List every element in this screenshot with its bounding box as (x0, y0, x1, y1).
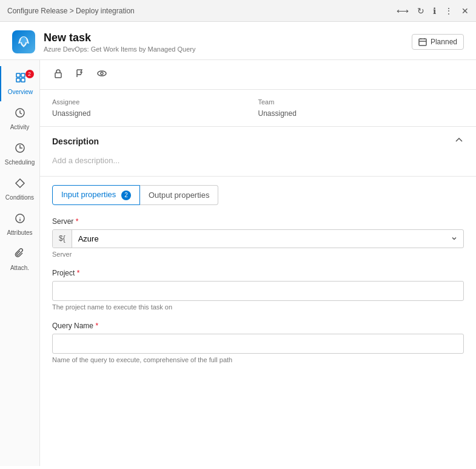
tab-input-label: Input properties (61, 190, 116, 199)
description-placeholder[interactable]: Add a description... (52, 154, 464, 167)
planned-button[interactable]: Planned (412, 34, 464, 50)
conditions-icon (15, 178, 25, 192)
sidebar-item-scheduling[interactable]: Scheduling (0, 137, 40, 172)
header-info: New task Azure DevOps: Get Work Items by… (44, 32, 195, 53)
title-bar-actions: ⟷ ↻ ℹ ⋮ ✕ (397, 6, 469, 16)
svg-point-10 (101, 72, 103, 75)
main-layout: Overview 2 Activity Scheduling (0, 60, 476, 466)
close-icon[interactable]: ✕ (461, 6, 469, 16)
project-form-group: Project * The project name to execute th… (52, 269, 464, 311)
info-icon[interactable]: ℹ (433, 6, 436, 16)
tabs-section: Input properties 2 Output properties (40, 177, 476, 205)
project-label: Project * (52, 269, 464, 277)
header: New task Azure DevOps: Get Work Items by… (0, 22, 476, 60)
assignee-value: Unassigned (52, 109, 258, 118)
assignee-label: Assignee (52, 98, 258, 106)
team-field: Team Unassigned (258, 98, 464, 118)
description-section: Description Add a description... (40, 127, 476, 177)
tab-input-badge: 2 (121, 191, 131, 200)
svg-rect-8 (55, 73, 61, 78)
svg-rect-0 (419, 39, 426, 46)
description-header: Description (52, 135, 464, 147)
svg-rect-1 (16, 73, 20, 77)
sidebar-item-activity[interactable]: Activity (0, 101, 40, 137)
team-value: Unassigned (258, 109, 464, 118)
description-title: Description (52, 137, 99, 146)
sidebar: Overview 2 Activity Scheduling (0, 60, 40, 466)
server-select[interactable]: Azure (72, 230, 445, 248)
server-input-container: ${ Azure (52, 229, 464, 248)
server-hint: Server (52, 251, 464, 258)
server-form-group: Server * ${ Azure Serve (52, 217, 464, 258)
sidebar-item-attach[interactable]: Attach. (0, 242, 40, 277)
eye-button[interactable] (96, 67, 108, 82)
server-dropdown-arrow (445, 230, 463, 248)
svg-rect-2 (21, 73, 25, 77)
sidebar-item-attributes[interactable]: Attributes (0, 207, 40, 242)
more-icon[interactable]: ⋮ (444, 6, 453, 16)
lock-button[interactable] (52, 67, 64, 82)
sidebar-label-scheduling: Scheduling (5, 159, 35, 166)
sidebar-label-overview: Overview (8, 89, 33, 95)
query-name-form-group: Query Name * Name of the query to execut… (52, 322, 464, 363)
query-name-input[interactable] (52, 334, 464, 354)
query-name-hint: Name of the query to execute, comprehens… (52, 356, 464, 363)
sidebar-label-attach: Attach. (10, 265, 29, 271)
sidebar-label-activity: Activity (10, 124, 30, 130)
activity-icon (15, 107, 25, 121)
tab-output-label: Output properties (149, 191, 209, 200)
sidebar-item-conditions[interactable]: Conditions (0, 172, 40, 207)
content-area: Assignee Unassigned Team Unassigned Desc… (40, 60, 476, 466)
header-subtitle: Azure DevOps: Get Work Items by Managed … (44, 46, 195, 53)
flag-button[interactable] (74, 67, 86, 82)
header-left: New task Azure DevOps: Get Work Items by… (12, 30, 195, 53)
app-icon (12, 30, 35, 53)
refresh-icon[interactable]: ↻ (417, 6, 424, 16)
sidebar-item-overview[interactable]: Overview 2 (0, 66, 40, 101)
attributes-icon (15, 213, 25, 227)
assignee-team-row: Assignee Unassigned Team Unassigned (40, 90, 476, 127)
svg-point-9 (98, 71, 106, 76)
sidebar-label-attributes: Attributes (7, 229, 32, 236)
breadcrumb: Configure Release > Deploy integration (7, 7, 135, 15)
resize-icon[interactable]: ⟷ (397, 6, 409, 16)
header-title: New task (44, 32, 195, 44)
scheduling-icon (15, 143, 25, 157)
svg-rect-3 (16, 78, 20, 82)
tabs-bar: Input properties 2 Output properties (52, 185, 464, 205)
form-section: Server * ${ Azure Serve (40, 217, 476, 386)
sidebar-label-conditions: Conditions (5, 194, 34, 201)
project-input[interactable] (52, 281, 464, 301)
query-name-label: Query Name * (52, 322, 464, 330)
team-label: Team (258, 98, 464, 106)
title-bar: Configure Release > Deploy integration ⟷… (0, 0, 476, 22)
icon-bar (40, 60, 476, 90)
assignee-field: Assignee Unassigned (52, 98, 258, 118)
server-prefix-icon: ${ (53, 230, 72, 248)
attach-icon (15, 248, 25, 262)
tab-output-properties[interactable]: Output properties (140, 185, 218, 205)
svg-point-7 (16, 214, 24, 223)
description-collapse-button[interactable] (454, 135, 464, 147)
overview-icon (15, 72, 26, 86)
svg-rect-4 (21, 78, 25, 82)
overview-badge: 2 (25, 70, 34, 78)
server-label: Server * (52, 217, 464, 226)
planned-label: Planned (431, 38, 457, 46)
tab-input-properties[interactable]: Input properties 2 (52, 185, 140, 205)
project-hint: The project name to execute this task on (52, 303, 464, 311)
